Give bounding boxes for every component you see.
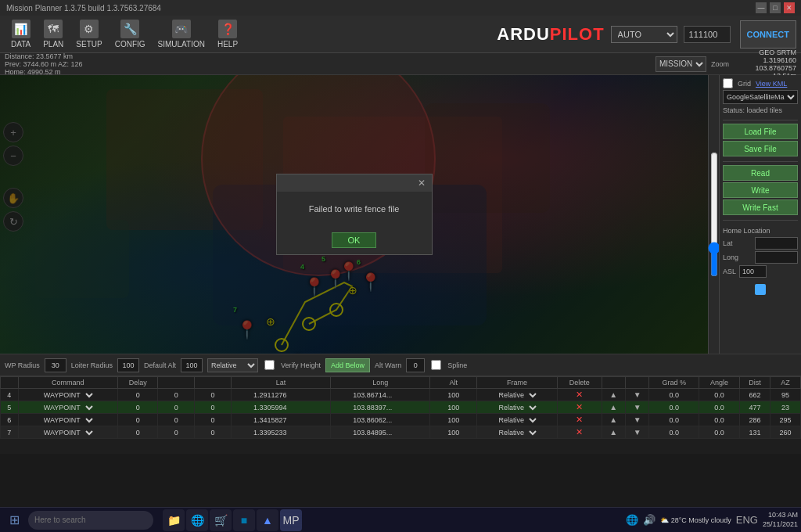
delay-input[interactable]: [130, 391, 145, 399]
grid-checkbox[interactable]: [723, 78, 733, 88]
move-down-button[interactable]: ▼: [634, 403, 641, 412]
c2-input[interactable]: [205, 416, 221, 424]
alt-cell-input[interactable]: [443, 429, 465, 437]
lon-cell-input[interactable]: [353, 416, 408, 424]
taskbar-store[interactable]: 🛒: [210, 509, 232, 531]
default-alt-input[interactable]: [181, 358, 203, 372]
move-down-button[interactable]: ▼: [634, 390, 641, 399]
c1-input[interactable]: [168, 404, 184, 412]
save-file-button[interactable]: Save File: [723, 141, 798, 156]
table-row[interactable]: 7 WAYPOINT Relative ✕ ▲ ▼ 0.0 0.0 131 26…: [1, 426, 801, 439]
alt-cell-input[interactable]: [443, 404, 465, 412]
start-button[interactable]: ⊞: [3, 509, 25, 531]
window-controls[interactable]: — □ ✕: [756, 2, 795, 13]
command-select[interactable]: WAYPOINT: [41, 415, 95, 425]
taskbar-mp[interactable]: MP: [280, 509, 302, 531]
menu-config[interactable]: 🔧 CONFIG: [109, 18, 152, 50]
taskbar-search[interactable]: [28, 511, 153, 530]
alt-cell-input[interactable]: [443, 391, 465, 399]
lat-input[interactable]: [755, 237, 798, 250]
mode-select[interactable]: AUTO STABILIZE LOITER: [611, 26, 677, 43]
move-down-button[interactable]: ▼: [634, 415, 641, 424]
table-row[interactable]: 4 WAYPOINT Relative ✕ ▲ ▼ 0.0 0.0 662 95: [1, 389, 801, 401]
lat-cell-input[interactable]: [253, 429, 308, 437]
table-row[interactable]: 6 WAYPOINT Relative ✕ ▲ ▼ 0.0 0.0 286 29…: [1, 414, 801, 426]
lon-input[interactable]: [755, 251, 798, 264]
frame-cell-select[interactable]: Relative: [496, 415, 539, 425]
mode-input[interactable]: [684, 26, 731, 43]
lat-cell-input[interactable]: [253, 404, 308, 412]
menu-setup[interactable]: ⚙ SETUP: [70, 18, 108, 50]
connect-button[interactable]: CONNECT: [740, 20, 796, 49]
delete-row-button[interactable]: ✕: [574, 402, 584, 412]
dialog-ok-button[interactable]: OK: [332, 232, 377, 248]
taskbar-edge[interactable]: 🌐: [186, 509, 208, 531]
lat-cell-input[interactable]: [253, 416, 308, 424]
asl-input[interactable]: [739, 265, 767, 278]
command-select[interactable]: WAYPOINT: [41, 390, 95, 400]
alt-cell-input[interactable]: [443, 416, 465, 424]
lon-cell-input[interactable]: [353, 391, 408, 399]
write-fast-button[interactable]: Write Fast: [723, 200, 798, 215]
delay-input[interactable]: [130, 429, 145, 437]
c1-input[interactable]: [168, 391, 184, 399]
lang-indicator[interactable]: ENG: [736, 514, 758, 526]
move-up-button[interactable]: ▲: [609, 403, 617, 412]
view-kml-link[interactable]: View KML: [756, 80, 787, 88]
taskbar-app-5[interactable]: ▲: [257, 509, 278, 531]
lon-cell-input[interactable]: [353, 404, 408, 412]
c1-input[interactable]: [168, 429, 184, 437]
frame-cell-select[interactable]: Relative: [496, 403, 539, 412]
move-up-button[interactable]: ▲: [609, 428, 617, 437]
altitude-slider[interactable]: [709, 152, 719, 277]
command-select[interactable]: WAYPOINT: [41, 428, 95, 437]
map-area[interactable]: 📍 4 📍 5 📍 📍 6 ⊕ ⊕: [0, 75, 708, 354]
close-button[interactable]: ✕: [784, 2, 795, 13]
dialog-close-button[interactable]: ✕: [418, 178, 426, 189]
row-angle: 0.0: [699, 426, 740, 439]
c2-input[interactable]: [205, 391, 221, 399]
minimize-button[interactable]: —: [756, 2, 767, 13]
menu-simulation[interactable]: 🎮 SIMULATION: [152, 18, 211, 50]
move-down-button[interactable]: ▼: [634, 428, 641, 437]
network-icon[interactable]: 🌐: [626, 514, 638, 526]
delete-row-button[interactable]: ✕: [574, 415, 584, 425]
frame-select[interactable]: Relative Absolute AGL: [207, 358, 258, 372]
loiter-radius-input[interactable]: [117, 358, 139, 372]
wp-radius-input[interactable]: [45, 358, 66, 372]
row-command: WAYPOINT: [18, 389, 117, 401]
delete-row-button[interactable]: ✕: [574, 427, 584, 437]
c2-input[interactable]: [205, 404, 221, 412]
lon-cell-input[interactable]: [353, 429, 408, 437]
lat-cell-input[interactable]: [253, 391, 308, 399]
add-below-button[interactable]: Add Below: [325, 358, 370, 372]
menu-plan[interactable]: 🗺 PLAN: [37, 18, 70, 50]
read-button[interactable]: Read: [723, 165, 798, 181]
taskbar-file-explorer[interactable]: 📁: [163, 509, 185, 531]
delete-row-button[interactable]: ✕: [574, 390, 584, 400]
move-up-button[interactable]: ▲: [609, 390, 617, 399]
command-select[interactable]: WAYPOINT: [41, 403, 95, 412]
frame-cell-select[interactable]: Relative: [496, 390, 539, 400]
menu-data[interactable]: 📊 DATA: [5, 18, 37, 50]
c2-input[interactable]: [205, 429, 221, 437]
move-up-button[interactable]: ▲: [609, 415, 617, 424]
maximize-button[interactable]: □: [770, 2, 781, 13]
delay-input[interactable]: [130, 416, 145, 424]
mission-select[interactable]: MISSION: [656, 56, 706, 72]
delay-input[interactable]: [130, 404, 145, 412]
write-button[interactable]: Write: [723, 182, 798, 198]
menu-help[interactable]: ❓ HELP: [211, 18, 244, 50]
c1-input[interactable]: [168, 416, 184, 424]
load-file-button[interactable]: Load File: [723, 124, 798, 139]
taskbar-vscode[interactable]: ■: [233, 509, 255, 531]
slider-handle[interactable]: [755, 284, 766, 295]
col-c1: [158, 377, 195, 389]
table-row[interactable]: 5 WAYPOINT Relative ✕ ▲ ▼ 0.0 0.0 477 23: [1, 401, 801, 414]
spline-checkbox[interactable]: [431, 360, 441, 370]
volume-icon[interactable]: 🔊: [643, 514, 656, 526]
map-provider-select[interactable]: GoogleSatelliteMa GoogleMap BingAerial: [723, 90, 798, 104]
alt-warn-input[interactable]: [406, 358, 425, 372]
verify-height-checkbox[interactable]: [264, 360, 275, 370]
frame-cell-select[interactable]: Relative: [496, 428, 539, 437]
